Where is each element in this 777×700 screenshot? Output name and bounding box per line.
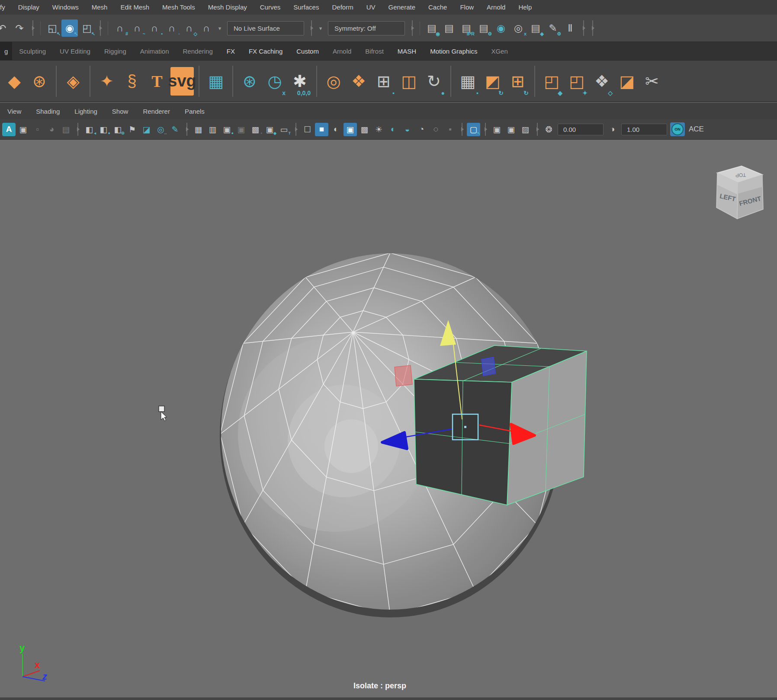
smooth-mesh-icon[interactable]: ❖ — [347, 67, 370, 96]
snapshot-icon[interactable]: ▨ — [519, 123, 532, 136]
menu-uv[interactable]: UV — [360, 0, 382, 15]
svg-tool-icon[interactable]: svg — [170, 67, 194, 96]
toolbar-collapse-handle[interactable] — [591, 20, 594, 36]
symmetry-field[interactable]: Symmetry: Off — [328, 21, 405, 35]
toolbar-collapse-handle[interactable] — [98, 20, 102, 36]
bridge-icon[interactable]: ❖◇ — [590, 67, 613, 96]
snap-projected-center-icon[interactable]: ∩◦ — [164, 19, 180, 37]
toolbar-collapse-handle[interactable] — [309, 20, 313, 36]
multi-cut-icon[interactable]: ✂ — [640, 67, 664, 96]
snap-view-plane-icon[interactable]: ∩◇ — [181, 19, 197, 37]
isolate-select-icon[interactable]: ▢↖ — [467, 123, 480, 136]
cube-mesh[interactable] — [414, 345, 587, 505]
panel-menu-panels[interactable]: Panels — [177, 108, 212, 115]
menu-help[interactable]: Help — [512, 0, 538, 15]
select-component-icon[interactable]: ◰↖ — [79, 19, 95, 37]
color-management-toggle[interactable]: ON — [670, 122, 685, 136]
view-cube[interactable]: TOP LEFT FRONT — [716, 166, 763, 219]
ipr-render-icon[interactable]: ▤IPR — [458, 19, 475, 37]
menu-arnold[interactable]: Arnold — [480, 0, 512, 15]
toolbar-collapse-handle[interactable] — [483, 123, 487, 136]
super-ellipse-icon[interactable]: ✦ — [95, 67, 119, 96]
shelf-tab-g[interactable]: g — [0, 42, 12, 60]
poly-plane-icon[interactable]: ◆ — [3, 67, 26, 96]
toolbar-collapse-handle[interactable] — [76, 123, 80, 136]
resolution-gate-icon[interactable]: ▣ — [16, 123, 30, 136]
anti-aliasing-icon[interactable]: ◌ — [429, 123, 443, 136]
shelf-tab-arnold[interactable]: Arnold — [326, 42, 358, 60]
multi-component-icon[interactable]: ⊞▪ — [372, 67, 395, 96]
manip-plane-x[interactable] — [395, 365, 412, 386]
film-gate-icon[interactable]: ▥ — [206, 123, 219, 136]
panel-menu-shading[interactable]: Shading — [29, 108, 67, 115]
quadrangulate-icon[interactable]: ⊞↻ — [506, 67, 530, 96]
shelf-tab-bifrost[interactable]: Bifrost — [358, 42, 391, 60]
safe-title-icon[interactable]: ▭T — [277, 123, 291, 136]
shelf-tab-mash[interactable]: MASH — [391, 42, 423, 60]
freeze-transformations-icon[interactable]: ✱0,0,0 — [288, 67, 311, 96]
shelf-tab-xgen[interactable]: XGen — [484, 42, 514, 60]
open-render-view-icon[interactable]: ▤◉ — [424, 19, 440, 37]
xray-icon[interactable]: ▣ — [490, 123, 504, 136]
poly-disc-icon[interactable]: ⊛ — [28, 67, 51, 96]
toolbar-collapse-handle[interactable] — [31, 20, 35, 36]
shelf-tab-fx-caching[interactable]: FX Caching — [242, 42, 289, 60]
grease-pencil-icon[interactable]: ✎ — [168, 123, 182, 136]
triangulate-icon[interactable]: ◩↻ — [481, 67, 504, 96]
hypershade-icon[interactable]: ◉ — [493, 19, 509, 37]
xray-joints-icon[interactable]: ▣ — [504, 123, 518, 136]
menu-display[interactable]: Display — [12, 0, 46, 15]
menu-generate[interactable]: Generate — [382, 0, 422, 15]
shelf-tab-custom[interactable]: Custom — [289, 42, 326, 60]
snap-point-icon[interactable]: ∩• — [146, 19, 163, 37]
image-plane-icon[interactable]: ◪ — [140, 123, 153, 136]
modeling-toolkit-icon[interactable]: ▦ — [204, 67, 228, 96]
bevel-extrude-icon[interactable]: ◰✦ — [565, 67, 588, 96]
wireframe-on-shaded-icon[interactable]: ▣ — [344, 123, 357, 136]
select-object-icon[interactable]: ◉↖ — [61, 19, 78, 37]
menu-mesh-tools[interactable]: Mesh Tools — [156, 0, 202, 15]
shelf-tab-motion-graphics[interactable]: Motion Graphics — [423, 42, 484, 60]
menu-surfaces[interactable]: Surfaces — [287, 0, 325, 15]
camera-attributes-icon[interactable]: ◧⚙ — [111, 123, 125, 136]
exposure-icon[interactable]: ❂ — [542, 123, 555, 136]
redo-icon[interactable]: ↷ — [11, 19, 28, 37]
shelf-tab-fx[interactable]: FX — [220, 42, 242, 60]
menu-deform[interactable]: Deform — [325, 0, 360, 15]
snap-curve-icon[interactable]: ∩~ — [129, 19, 145, 37]
image-planes-icon[interactable]: ▤ — [59, 123, 73, 136]
viewport-persp[interactable]: TOP LEFT FRONT y x z Isolate : persp — [0, 140, 777, 700]
toolbar-collapse-handle[interactable] — [410, 20, 414, 36]
ambient-occlusion-icon[interactable]: ◒ — [401, 123, 414, 136]
panel-menu-view[interactable]: View — [0, 108, 29, 115]
menu-cache[interactable]: Cache — [422, 0, 453, 15]
menu-fy[interactable]: fy — [0, 0, 12, 15]
platonic-solid-icon[interactable]: ◈ — [61, 67, 85, 96]
make-live-icon[interactable]: ∩ — [198, 19, 215, 37]
menu-flow[interactable]: Flow — [453, 0, 480, 15]
contrast-icon[interactable]: ◑ — [606, 123, 619, 136]
motion-blur-icon[interactable]: ◔ — [415, 123, 428, 136]
snap-grid-icon[interactable]: ∩# — [112, 19, 128, 37]
maya-a-icon[interactable]: A — [2, 123, 16, 136]
delete-history-icon[interactable]: ◷x — [263, 67, 286, 96]
select-camera-icon[interactable]: ◧◂ — [83, 123, 96, 136]
depth-of-field-icon[interactable]: ▪ — [443, 123, 457, 136]
default-material-icon[interactable]: ▩ — [358, 123, 371, 136]
lock-camera-icon[interactable]: ◧● — [97, 123, 110, 136]
grid-icon[interactable]: ▦ — [192, 123, 205, 136]
gate-mask-toggle-icon[interactable]: ▣ — [234, 123, 248, 136]
render-settings-icon[interactable]: ▤⚙ — [475, 19, 492, 37]
film-gate-color-icon[interactable]: ◕ — [45, 123, 58, 136]
textured-icon[interactable]: ◐ — [329, 123, 343, 136]
toolbar-collapse-handle[interactable] — [535, 123, 539, 136]
panel-menu-show[interactable]: Show — [105, 108, 136, 115]
render-current-frame-icon[interactable]: ▤ — [441, 19, 457, 37]
shelf-tab-uv-editing[interactable]: UV Editing — [53, 42, 97, 60]
panel-menu-renderer[interactable]: Renderer — [135, 108, 177, 115]
shelf-tab-animation[interactable]: Animation — [133, 42, 176, 60]
center-pivot-icon[interactable]: ⊛ — [238, 67, 261, 96]
menu-edit-mesh[interactable]: Edit Mesh — [114, 0, 156, 15]
menu-mesh-display[interactable]: Mesh Display — [202, 0, 254, 15]
menu-curves[interactable]: Curves — [254, 0, 287, 15]
